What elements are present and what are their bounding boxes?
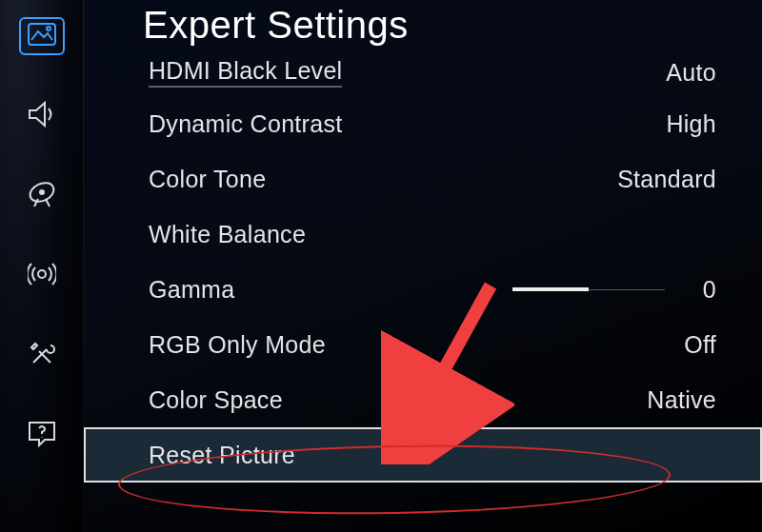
svg-point-1	[47, 27, 50, 30]
nav-antenna[interactable]	[19, 257, 65, 295]
row-rgb-only-mode[interactable]: RGB Only Mode Off	[84, 317, 762, 372]
nav-broadcast[interactable]	[19, 177, 65, 215]
svg-point-4	[38, 270, 46, 278]
setting-label: Gamma	[149, 276, 234, 304]
nav-tools[interactable]	[19, 337, 65, 375]
antenna-icon	[28, 260, 56, 292]
nav-help[interactable]	[19, 417, 65, 455]
setting-value: 0	[688, 276, 716, 304]
row-gamma[interactable]: Gamma 0	[84, 262, 762, 317]
row-hdmi-black-level[interactable]: HDMI Black Level Auto	[84, 49, 762, 96]
row-white-balance[interactable]: White Balance	[84, 207, 762, 262]
setting-label: Color Space	[149, 386, 283, 414]
row-color-space[interactable]: Color Space Native	[84, 372, 762, 427]
setting-label: Color Tone	[149, 166, 266, 193]
setting-value: Native	[612, 386, 716, 414]
row-reset-picture[interactable]: Reset Picture	[84, 427, 762, 483]
row-dynamic-contrast[interactable]: Dynamic Contrast High	[84, 96, 762, 151]
broadcast-icon	[27, 180, 57, 212]
tools-icon	[28, 340, 56, 372]
gamma-slider-fill	[512, 287, 589, 291]
settings-list: HDMI Black Level Auto Dynamic Contrast H…	[84, 49, 762, 483]
setting-label: Reset Picture	[149, 442, 295, 469]
setting-value: Off	[612, 331, 716, 359]
sidebar-nav	[0, 0, 84, 532]
row-color-tone[interactable]: Color Tone Standard	[84, 151, 762, 207]
sound-icon	[28, 101, 56, 131]
setting-value: High	[612, 110, 716, 138]
page-title: Expert Settings	[84, 0, 762, 47]
help-icon	[28, 421, 56, 451]
nav-sound[interactable]	[19, 97, 65, 135]
setting-label: White Balance	[149, 221, 306, 248]
setting-value: Standard	[612, 166, 716, 193]
gamma-slider[interactable]	[512, 289, 665, 290]
main-panel: Expert Settings HDMI Black Level Auto Dy…	[84, 0, 762, 532]
svg-point-3	[40, 190, 44, 194]
setting-label: Dynamic Contrast	[149, 110, 342, 138]
picture-icon	[28, 23, 56, 49]
gamma-slider-wrap: 0	[512, 276, 716, 304]
setting-label: RGB Only Mode	[149, 331, 326, 359]
setting-label: HDMI Black Level	[149, 57, 342, 88]
nav-picture[interactable]	[19, 17, 65, 55]
setting-value: Auto	[612, 59, 716, 87]
